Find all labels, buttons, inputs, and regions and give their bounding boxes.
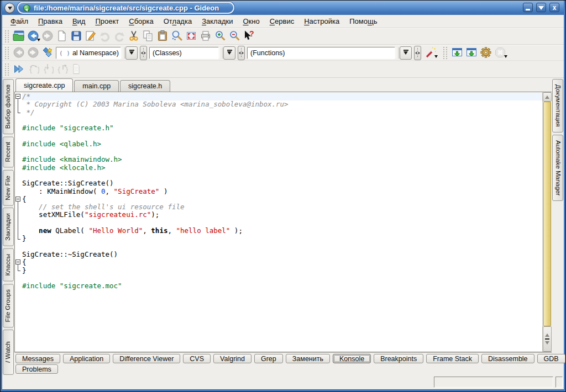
compile-file-button[interactable] (450, 46, 464, 60)
shade-button[interactable] (536, 3, 546, 12)
fold-marker[interactable] (15, 259, 20, 264)
print-button[interactable] (198, 29, 213, 44)
scrollbar-thumb[interactable] (543, 102, 551, 326)
code-line: /* (22, 93, 542, 100)
zoom-out-button[interactable] (227, 29, 242, 44)
scrollbar-down-cluster[interactable] (543, 326, 552, 352)
save-as-button[interactable] (83, 29, 98, 44)
menu-debug[interactable]: Отладка (159, 16, 197, 27)
continue-button[interactable] (12, 62, 26, 77)
fold-guide-end (18, 271, 20, 271)
fold-margin[interactable] (15, 92, 22, 352)
code-editor[interactable]: /* * Copyright (C) 2003 Marina Soboleva … (15, 92, 542, 352)
chevron-down-icon (504, 55, 507, 60)
menu-window[interactable]: Окно (238, 16, 264, 27)
menu-project[interactable]: Проект (90, 16, 124, 27)
bottom-tab-messages[interactable]: Messages (15, 354, 60, 363)
editor-tab-sigcreate-cpp[interactable]: sigcreate.cpp (15, 78, 73, 92)
left-dock-tabbar: Выбор файловRecentNew FileЗакладкиКлассы… (2, 78, 14, 375)
minimize-button[interactable] (523, 3, 533, 12)
right-dock-tab-documentation[interactable]: Документация (552, 79, 563, 133)
window-menu-button[interactable] (4, 3, 15, 13)
copy-button[interactable] (141, 29, 155, 44)
splitter-handle[interactable] (414, 46, 421, 60)
svg-text:?: ? (249, 30, 254, 38)
titlebar[interactable]: file:/home/marina/sigcreate/src/sigcreat… (2, 1, 564, 15)
save-button[interactable] (69, 29, 83, 44)
left-dock-tab-watch[interactable]: / Watch (3, 330, 14, 375)
right-dock-tab-automake-manager[interactable]: Automake Manager (552, 135, 563, 201)
left-dock-tab-file-selector[interactable]: Выбор файлов (3, 79, 14, 134)
bottom-tab-problems[interactable]: Problems (15, 364, 58, 374)
close-button[interactable]: x (549, 3, 559, 12)
left-dock-tab-file-groups[interactable]: File Groups (3, 284, 14, 327)
menu-file[interactable]: Файл (6, 16, 33, 27)
bottom-tab-grep[interactable]: Grep (254, 354, 283, 363)
bottom-tab-frame-stack[interactable]: Frame Stack (426, 354, 479, 363)
whats-this-icon: ? (243, 30, 255, 44)
bottom-tab-konsole[interactable]: Konsole (333, 354, 371, 363)
menu-bookmarks[interactable]: Закладки (197, 16, 238, 27)
editor-vertical-scrollbar[interactable] (542, 92, 552, 352)
open-folder-button[interactable] (12, 29, 26, 44)
bottom-tab-valgrind[interactable]: Valgrind (213, 354, 251, 363)
class-browser-icon (41, 46, 54, 60)
menu-view[interactable]: Вид (67, 16, 91, 27)
code-area[interactable]: /* * Copyright (C) 2003 Marina Soboleva … (22, 92, 542, 352)
splitter-handle[interactable] (140, 46, 147, 60)
toolbar-grip[interactable] (5, 63, 9, 76)
functions-combo-arrow[interactable] (400, 46, 412, 60)
gear-icon (480, 46, 492, 60)
left-dock-tab-bookmarks[interactable]: Закладки (3, 208, 14, 246)
bottom-tab-application[interactable]: Application (63, 354, 110, 363)
fold-marker[interactable] (15, 94, 20, 99)
namespace-combo[interactable]: ( ) al Namespace) (56, 46, 138, 60)
bottom-tab-breakpoints[interactable]: Breakpoints (374, 354, 423, 363)
functions-combo[interactable]: (Functions) (247, 46, 412, 60)
code-line: #include <qlabel.h> (22, 140, 542, 148)
search-button[interactable] (170, 29, 184, 44)
toolbar-grip[interactable] (443, 47, 447, 59)
menu-edit[interactable]: Правка (33, 16, 67, 27)
back-button[interactable] (26, 29, 40, 44)
left-dock-tab-classes[interactable]: Классы (3, 248, 14, 282)
class-browser-button[interactable] (40, 46, 55, 60)
classes-combo-arrow[interactable] (223, 46, 235, 60)
zoom-in-button[interactable] (213, 29, 227, 44)
left-dock-tab-new-file[interactable]: New File (3, 170, 14, 206)
build-target-button[interactable] (464, 46, 479, 60)
menu-settings[interactable]: Настройка (299, 16, 344, 27)
bottom-tab-disassemble[interactable]: Disassemble (481, 354, 534, 363)
menu-tools[interactable]: Сервис (265, 16, 300, 27)
bottom-tab-cvs[interactable]: CVS (183, 354, 211, 363)
bottom-tab-replace[interactable]: Заменить (286, 354, 330, 363)
editor-tab-sigcreate-h[interactable]: sigcreate.h (120, 80, 170, 92)
chevron-down-icon (434, 55, 438, 60)
new-file-button[interactable] (55, 29, 69, 44)
left-dock-tab-recent[interactable]: Recent (3, 136, 14, 167)
bottom-tab-difference-viewer[interactable]: Difference Viewer (113, 354, 180, 363)
scrollbar-up-button[interactable] (543, 92, 552, 102)
code-line: #include "sigcreate.h" (22, 124, 542, 132)
gear-button[interactable] (479, 46, 493, 60)
main-toolbar: ? (2, 28, 564, 45)
fold-marker[interactable] (15, 197, 20, 202)
toolbar-grip[interactable] (5, 30, 9, 43)
whats-this-button[interactable]: ? (242, 29, 256, 44)
paste-button[interactable] (155, 29, 170, 44)
wand-button[interactable] (423, 46, 438, 60)
print-icon (200, 30, 212, 44)
editor-tab-main-cpp[interactable]: main.cpp (74, 80, 119, 92)
namespace-combo-arrow[interactable] (125, 46, 138, 60)
menu-help[interactable]: Помощь (344, 16, 382, 27)
scrollbar-track[interactable] (543, 102, 552, 326)
menu-build[interactable]: Сборка (124, 16, 159, 27)
paste-icon (156, 30, 169, 44)
classes-combo[interactable]: (Classes) (149, 46, 235, 60)
cut-button[interactable] (127, 29, 141, 44)
debug-toolbar: { }{ }{ } (2, 61, 564, 78)
splitter-handle[interactable] (238, 46, 245, 60)
redo-icon (113, 30, 125, 44)
fullscreen-button[interactable] (184, 29, 198, 44)
toolbar-grip[interactable] (5, 47, 9, 59)
